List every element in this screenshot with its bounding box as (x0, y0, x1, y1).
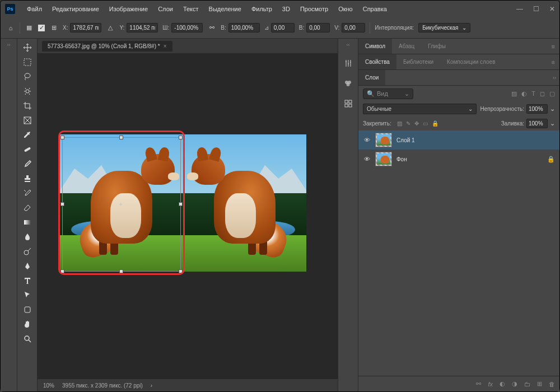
adjustments-panel-icon[interactable] (342, 57, 355, 70)
fx-icon[interactable]: fx (488, 381, 493, 388)
menu-text[interactable]: Текст (178, 6, 204, 12)
filter-smart-icon[interactable]: ▢ (549, 90, 555, 97)
expand-left-icon[interactable]: ›› (7, 42, 11, 48)
transform-ref-icon[interactable]: ▦ (25, 24, 34, 32)
layer-row[interactable]: 👁 Слой 1 (358, 130, 559, 150)
tab-character[interactable]: Символ (358, 39, 392, 54)
blend-mode-select[interactable]: Обычные⌄ (363, 104, 477, 114)
panel1-menu-icon[interactable]: ≡ (552, 43, 555, 50)
menu-select[interactable]: Выделение (204, 6, 246, 12)
interp-select[interactable]: Бикубическая⌄ (418, 23, 470, 32)
menu-filter[interactable]: Фильтр (246, 6, 277, 12)
canvas-viewport[interactable]: ✦ (38, 53, 338, 379)
menu-help[interactable]: Справка (358, 6, 392, 12)
opacity-chevron-icon[interactable]: ⌄ (550, 105, 555, 113)
lock-paint-icon[interactable]: ✎ (406, 120, 410, 127)
home-icon[interactable]: ⌂ (6, 24, 15, 32)
history-brush-tool[interactable] (20, 186, 35, 200)
eraser-tool[interactable] (20, 201, 35, 214)
text-tool[interactable] (20, 274, 35, 287)
angle-input[interactable] (271, 23, 295, 32)
pen-tool[interactable] (20, 259, 35, 273)
blur-tool[interactable] (20, 230, 35, 244)
lock-icon[interactable]: 🔒 (547, 156, 555, 163)
marquee-tool[interactable] (20, 55, 35, 69)
frame-tool[interactable] (20, 114, 35, 127)
lock-all-icon[interactable]: 🔒 (432, 120, 438, 127)
layer-thumb[interactable] (375, 152, 392, 166)
menu-view[interactable]: Просмотр (295, 6, 333, 12)
new-layer-icon[interactable]: ⊞ (537, 380, 542, 388)
tab-layer-comps[interactable]: Композиции слоев (440, 54, 502, 69)
checkbox-icon[interactable]: ✓ (38, 25, 45, 31)
minimize-icon[interactable]: — (516, 5, 523, 13)
tab-close-icon[interactable]: × (164, 43, 167, 49)
menu-window[interactable]: Окно (333, 6, 358, 12)
w-input[interactable] (171, 23, 203, 32)
layer-name[interactable]: Слой 1 (396, 137, 555, 143)
mask-icon[interactable]: ◐ (500, 380, 505, 388)
filter-adjust-icon[interactable]: ◐ (521, 90, 527, 97)
menu-layers[interactable]: Слои (153, 6, 178, 12)
zoom-tool[interactable] (20, 332, 35, 346)
path-select-tool[interactable] (20, 288, 35, 302)
menu-file[interactable]: Файл (22, 6, 47, 12)
transform-bounds[interactable]: ✦ (62, 137, 181, 272)
dodge-tool[interactable] (20, 245, 35, 258)
grid-panel-icon[interactable] (342, 97, 355, 110)
lock-pos-icon[interactable]: ✥ (414, 120, 419, 127)
filter-text-icon[interactable]: T (531, 90, 535, 97)
link-layers-icon[interactable]: ⚯ (476, 380, 481, 388)
tab-glyphs[interactable]: Глифы (421, 39, 452, 54)
lasso-tool[interactable] (20, 70, 35, 83)
close-icon[interactable]: ✕ (549, 5, 555, 13)
tab-libraries[interactable]: Библиотеки (396, 54, 440, 69)
panel2-menu-icon[interactable]: ≡ (552, 59, 555, 66)
shape-tool[interactable] (20, 303, 35, 316)
fill-chevron-icon[interactable]: ⌄ (550, 120, 555, 127)
zoom-value[interactable]: 10% (43, 382, 54, 389)
tab-layers[interactable]: Слои (358, 70, 385, 85)
eyedropper-tool[interactable] (20, 128, 35, 142)
filter-pixel-icon[interactable]: ▨ (511, 90, 517, 97)
x-input[interactable] (70, 23, 101, 32)
visibility-icon[interactable]: 👁 (363, 137, 371, 143)
status-chevron-icon[interactable]: › (151, 382, 152, 389)
menu-image[interactable]: Изображение (104, 6, 153, 12)
group-icon[interactable]: 🗀 (524, 381, 530, 388)
delete-icon[interactable]: 🗑 (549, 381, 555, 388)
document-tab[interactable]: 57733-65637.jpg @ 10% (Слой 1, RGB/8#) *… (42, 41, 172, 52)
skewv-input[interactable] (342, 23, 365, 32)
filter-shape-icon[interactable]: ◻ (540, 90, 545, 97)
heal-tool[interactable] (20, 143, 35, 156)
maximize-icon[interactable]: ☐ (533, 5, 539, 13)
hand-tool[interactable] (20, 318, 35, 331)
layer-row[interactable]: 👁 Фон 🔒 (358, 150, 559, 169)
y-input[interactable] (127, 23, 158, 32)
menu-edit[interactable]: Редактирование (47, 6, 104, 12)
layer-thumb[interactable] (375, 133, 392, 147)
tab-properties[interactable]: Свойства (358, 54, 396, 69)
opacity-input[interactable] (526, 104, 548, 114)
move-tool[interactable] (20, 41, 35, 54)
lock-nest-icon[interactable]: ▭ (423, 120, 428, 127)
ref-point-icon[interactable]: ⊞ (49, 24, 58, 32)
visibility-icon[interactable]: 👁 (363, 156, 371, 162)
lock-trans-icon[interactable]: ▨ (397, 120, 402, 127)
quick-select-tool[interactable] (20, 85, 35, 98)
gradient-tool[interactable] (20, 216, 35, 229)
menu-3d[interactable]: 3D (277, 6, 295, 12)
link-icon[interactable]: ⚯ (207, 24, 216, 32)
h-input[interactable] (228, 23, 260, 32)
expand-panels-icon[interactable]: ›› (553, 75, 556, 81)
brush-tool[interactable] (20, 157, 35, 171)
stamp-tool[interactable] (20, 172, 35, 185)
layer-name[interactable]: Фон (396, 156, 543, 162)
adjust-layer-icon[interactable]: ◑ (512, 380, 517, 388)
tab-paragraph[interactable]: Абзац (392, 39, 421, 54)
expand-mid-icon[interactable]: ‹‹ (347, 42, 350, 48)
layer-filter-select[interactable]: 🔍 Вид ⌄ (363, 88, 413, 99)
crop-tool[interactable] (20, 99, 35, 113)
delta-icon[interactable]: △ (106, 24, 115, 32)
skewh-input[interactable] (306, 23, 330, 32)
